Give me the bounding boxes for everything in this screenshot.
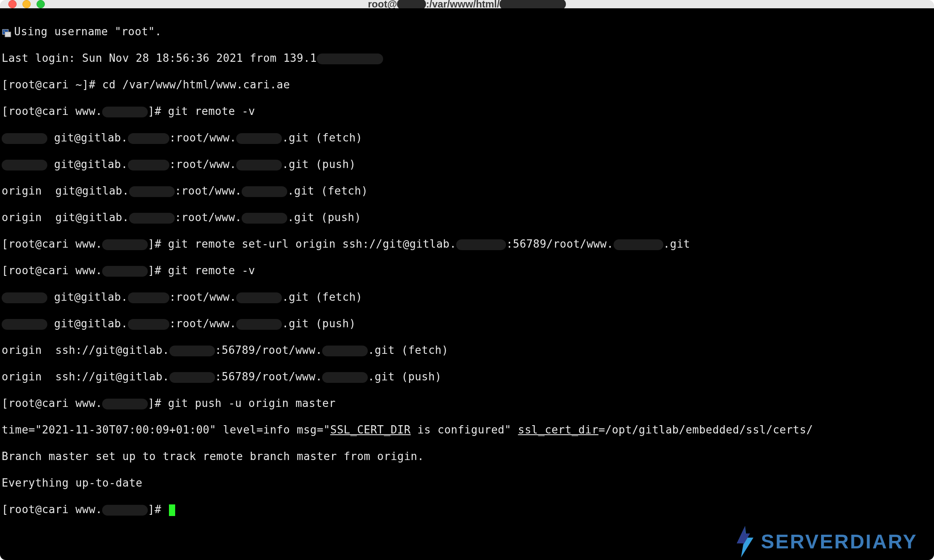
redacted [128, 133, 169, 144]
cmd-push: git push -u origin master [168, 397, 336, 409]
prompt: [root@cari ~]# [2, 78, 102, 91]
redacted [128, 160, 169, 170]
close-icon[interactable] [8, 0, 17, 8]
titlebar[interactable]: root@ :/var/www/html/ [0, 0, 934, 8]
cmd-remote-v: git remote -v [168, 105, 255, 117]
remote-origin: origin git@gitlab. [2, 185, 129, 197]
cmd-remote-v2: git remote -v [168, 264, 255, 277]
redacted [242, 213, 287, 224]
remote-origin-ssh: origin ssh://git@gitlab. [2, 344, 169, 356]
redacted [242, 186, 287, 197]
remote-line: git@gitlab. [47, 158, 128, 170]
redacted [236, 133, 282, 144]
traffic-lights [8, 0, 45, 8]
svg-rect-1 [5, 32, 11, 37]
push-output: time="2021-11-30T07:00:09+01:00" level=i… [2, 424, 330, 436]
redacted [102, 399, 148, 409]
redacted [236, 319, 282, 330]
putty-icon [2, 27, 12, 37]
redacted [322, 346, 368, 356]
redacted-ip [317, 54, 383, 64]
maximize-icon[interactable] [37, 0, 45, 8]
redacted [102, 505, 148, 516]
push-output-uptodate: Everything up-to-date [2, 477, 142, 489]
remote-origin-ssh: origin ssh://git@gitlab. [2, 370, 169, 383]
redacted [2, 292, 47, 303]
redacted [456, 239, 506, 250]
prompt: [root@cari www. [2, 397, 102, 409]
redacted [129, 186, 175, 197]
watermark-text: SERVERDIARY [761, 535, 917, 548]
redacted [614, 239, 663, 250]
redacted [169, 372, 215, 383]
redacted [322, 372, 368, 383]
terminal-body[interactable]: Using username "root". Last login: Sun N… [0, 8, 934, 560]
terminal-window: root@ :/var/www/html/ Using username "ro… [0, 0, 934, 560]
redacted [236, 160, 282, 170]
cursor [169, 504, 175, 516]
redacted [102, 239, 148, 250]
minimize-icon[interactable] [22, 0, 31, 8]
prompt: [root@cari www. [2, 238, 102, 250]
prompt: [root@cari www. [2, 264, 102, 277]
redacted [2, 133, 47, 144]
prompt: [root@cari www. [2, 503, 102, 516]
redacted [169, 346, 215, 356]
cmd-set-url: git remote set-url origin ssh://git@gitl… [168, 238, 457, 250]
prompt: [root@cari www. [2, 105, 102, 117]
redacted [2, 160, 47, 170]
redacted [128, 292, 169, 303]
prompt-end: ]# [148, 105, 168, 117]
push-output-branch: Branch master set up to track remote bra… [2, 450, 424, 463]
last-login: Last login: Sun Nov 28 18:56:36 2021 fro… [2, 52, 317, 64]
cmd-cd: cd /var/www/html/www.cari.ae [102, 78, 290, 91]
login-username: Using username "root". [14, 25, 161, 38]
lightning-icon [733, 525, 758, 558]
redacted [129, 213, 175, 224]
redacted [2, 319, 47, 330]
remote-line: git@gitlab. [47, 131, 128, 144]
redacted [102, 107, 148, 117]
remote-origin: origin git@gitlab. [2, 211, 129, 224]
redacted [236, 292, 282, 303]
svg-point-2 [4, 31, 5, 32]
watermark: SERVERDIARY [733, 525, 917, 558]
redacted [128, 319, 169, 330]
redacted [102, 266, 148, 277]
